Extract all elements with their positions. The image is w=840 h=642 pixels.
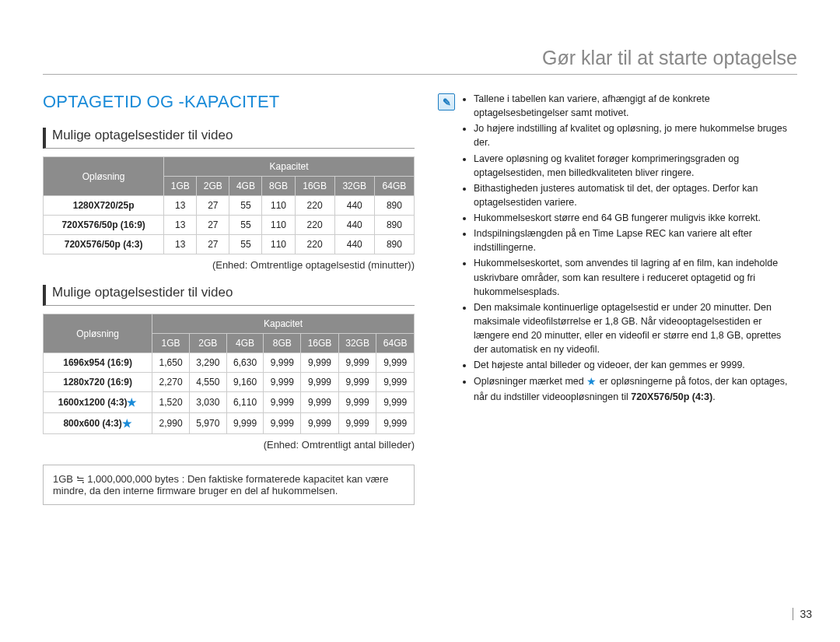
- table-cell: 9,999: [376, 373, 415, 392]
- capacity-col: 16GB: [295, 177, 334, 196]
- table-cell: 3,030: [189, 392, 226, 413]
- col-resolution: Opløsning: [44, 314, 152, 353]
- table-cell: 9,999: [301, 353, 339, 373]
- table-cell: 1,520: [152, 392, 190, 413]
- photo-count-table: Opløsning Kapacitet 1GB2GB4GB8GB16GB32GB…: [43, 314, 415, 434]
- row-label: 720X576/50p (16:9): [44, 216, 164, 235]
- info-list: Tallene i tabellen kan variere, afhængig…: [463, 92, 797, 405]
- star-icon: ★: [586, 375, 597, 388]
- table-cell: 220: [295, 216, 334, 235]
- table1-caption: (Enhed: Omtrentlige optagelsestid (minut…: [43, 259, 415, 271]
- table-cell: 9,999: [376, 413, 415, 434]
- table-row: 1280x720 (16:9)2,2704,5509,1609,9999,999…: [44, 373, 415, 392]
- page-header-title: Gør klar til at starte optagelse: [43, 47, 797, 75]
- table-cell: 9,999: [264, 353, 301, 373]
- capacity-col: 32GB: [334, 177, 374, 196]
- star-icon: ★: [127, 396, 137, 409]
- table-cell: 440: [334, 216, 374, 235]
- info-item: Opløsninger mærket med ★ er opløsningern…: [474, 374, 797, 403]
- table-cell: 9,999: [338, 413, 376, 434]
- table-cell: 220: [295, 235, 334, 254]
- info-item: Jo højere indstilling af kvalitet og opl…: [474, 121, 797, 149]
- table-cell: 220: [295, 196, 334, 216]
- info-item: Lavere opløsning og kvalitet forøger kom…: [474, 152, 797, 180]
- subheading-2: Mulige optagelsestider til video: [43, 285, 415, 306]
- table-cell: 440: [334, 196, 374, 216]
- capacity-col: 1GB: [152, 334, 190, 353]
- table-cell: 6,630: [226, 353, 264, 373]
- subheading-1: Mulige optagelsestider til video: [43, 128, 415, 149]
- table-cell: 9,999: [301, 392, 339, 413]
- capacity-col: 8GB: [262, 177, 295, 196]
- capacity-col: 16GB: [301, 334, 339, 353]
- table-cell: 4,550: [189, 373, 226, 392]
- table-cell: 27: [197, 196, 229, 216]
- capacity-col: 2GB: [189, 334, 226, 353]
- table-row: 720X576/50p (4:3)132755110220440890: [44, 235, 415, 254]
- table-row: 1696x954 (16:9)1,6503,2906,6309,9999,999…: [44, 353, 415, 373]
- star-icon: ★: [122, 417, 132, 430]
- table-cell: 27: [197, 216, 229, 235]
- table-cell: 55: [229, 216, 262, 235]
- table-cell: 9,999: [226, 413, 264, 434]
- table-cell: 9,999: [338, 373, 376, 392]
- table-cell: 9,999: [338, 353, 376, 373]
- capacity-col: 4GB: [226, 334, 264, 353]
- info-item: Hukommelseskort større end 64 GB fungere…: [474, 211, 797, 225]
- content-columns: OPTAGETID OG -KAPACITET Mulige optagelse…: [43, 92, 797, 505]
- table-cell: 5,970: [189, 413, 226, 434]
- capacity-col: 4GB: [229, 177, 262, 196]
- capacity-col: 32GB: [338, 334, 376, 353]
- capacity-col: 64GB: [376, 334, 415, 353]
- table-cell: 13: [164, 235, 197, 254]
- col-capacity: Kapacitet: [164, 157, 415, 177]
- table-cell: 890: [374, 235, 414, 254]
- table-row: 800x600 (4:3)★2,9905,9709,9999,9999,9999…: [44, 413, 415, 434]
- table-cell: 55: [229, 235, 262, 254]
- right-column: ✎ Tallene i tabellen kan variere, afhæng…: [438, 92, 797, 505]
- info-item: Den maksimale kontinuerlige optagelsesti…: [474, 300, 797, 357]
- table-cell: 9,160: [226, 373, 264, 392]
- table-cell: 3,290: [189, 353, 226, 373]
- table-cell: 9,999: [376, 392, 415, 413]
- table-cell: 2,990: [152, 413, 190, 434]
- table2-caption: (Enhed: Omtrentligt antal billeder): [43, 439, 415, 451]
- table-cell: 13: [164, 196, 197, 216]
- info-item: Indspilningslængden på en Time Lapse REC…: [474, 226, 797, 254]
- page-number: 33: [793, 608, 812, 620]
- col-capacity: Kapacitet: [152, 314, 415, 334]
- table-cell: 110: [262, 216, 295, 235]
- table-cell: 9,999: [264, 392, 301, 413]
- capacity-col: 1GB: [164, 177, 197, 196]
- table-cell: 440: [334, 235, 374, 254]
- row-label: 1280x720 (16:9): [44, 373, 152, 392]
- note-icon: ✎: [438, 93, 455, 111]
- table-cell: 55: [229, 196, 262, 216]
- table-cell: 9,999: [376, 353, 415, 373]
- row-label: 1600x1200 (4:3)★: [44, 392, 152, 413]
- table-cell: 110: [262, 235, 295, 254]
- table-cell: 2,270: [152, 373, 190, 392]
- table-cell: 9,999: [264, 373, 301, 392]
- table-cell: 27: [197, 235, 229, 254]
- info-item: Tallene i tabellen kan variere, afhængig…: [474, 92, 797, 120]
- table-row: 720X576/50p (16:9)132755110220440890: [44, 216, 415, 235]
- row-label: 800x600 (4:3)★: [44, 413, 152, 434]
- table-cell: 890: [374, 216, 414, 235]
- table-cell: 9,999: [264, 413, 301, 434]
- table-cell: 110: [262, 196, 295, 216]
- table-cell: 13: [164, 216, 197, 235]
- col-resolution: Opløsning: [44, 157, 164, 196]
- table-row: 1600x1200 (4:3)★1,5203,0306,1109,9999,99…: [44, 392, 415, 413]
- table-cell: 9,999: [338, 392, 376, 413]
- table-cell: 9,999: [301, 413, 339, 434]
- table-cell: 1,650: [152, 353, 190, 373]
- main-heading: OPTAGETID OG -KAPACITET: [43, 92, 415, 112]
- gb-note: 1GB ≒ 1,000,000,000 bytes : Den faktiske…: [43, 465, 415, 505]
- left-column: OPTAGETID OG -KAPACITET Mulige optagelse…: [43, 92, 415, 505]
- table-row: 1280X720/25p132755110220440890: [44, 196, 415, 216]
- info-block: ✎ Tallene i tabellen kan variere, afhæng…: [438, 92, 797, 405]
- table-cell: 6,110: [226, 392, 264, 413]
- capacity-col: 2GB: [197, 177, 229, 196]
- bold-resolution: 720X576/50p (4:3): [631, 391, 712, 402]
